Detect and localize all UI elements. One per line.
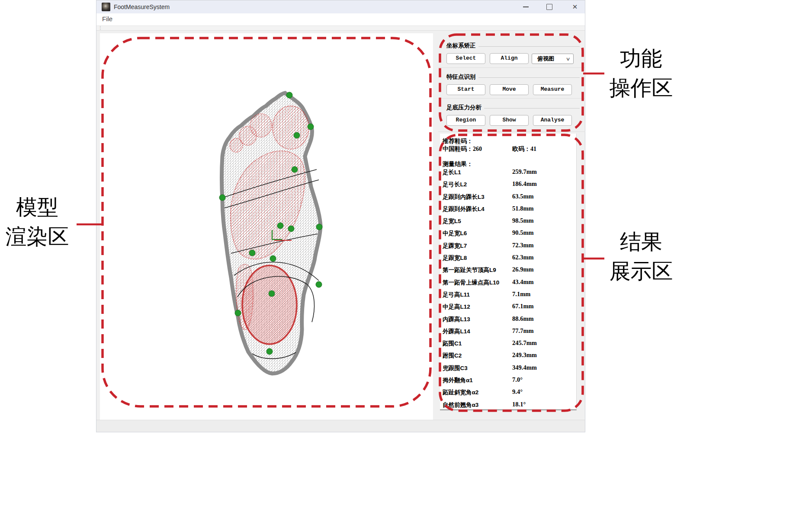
panel-divider [438, 67, 585, 68]
measurement-row: 足宽L5 98.5mm [443, 217, 576, 229]
measurement-label: 第一跖骨上缘点高L10 [443, 279, 499, 286]
model-render-canvas[interactable] [100, 33, 433, 420]
shoe-size-header: 推荐鞋码： [443, 137, 576, 144]
measurement-value: 26.9mm [512, 266, 534, 273]
measurement-label: 足宽L5 [443, 218, 461, 224]
group-rule [478, 46, 580, 47]
view-dropdown-value: 俯视图 [537, 55, 566, 63]
foot-model-pointcloud [100, 33, 433, 420]
measure-results-header: 测量结果： [443, 160, 576, 167]
move-button[interactable]: Move [490, 84, 529, 95]
align-button[interactable]: Align [490, 53, 529, 64]
measurement-row: 足跟到外踝长L4 51.8mm [443, 205, 576, 217]
cn-size-label: 中国鞋码： [443, 145, 473, 152]
measurement-label: 足踝宽L7 [443, 243, 467, 249]
measurement-value: 9.4° [512, 388, 523, 396]
measurement-row: 跖趾斜宽角α2 9.4° [443, 388, 576, 400]
analyse-button[interactable]: Analyse [533, 115, 572, 126]
title-bar: FootMeasureSystem ✕ [96, 0, 585, 13]
measurement-value: 77.7mm [512, 327, 534, 335]
window-title: FootMeasureSystem [114, 0, 170, 13]
measurement-row: 自然前翘角α3 18.1° [443, 401, 576, 410]
measurement-label: 跖围C1 [443, 340, 462, 347]
measurement-value: 51.8mm [512, 205, 534, 212]
measurement-label: 足跟宽L8 [443, 255, 467, 261]
close-button[interactable]: ✕ [568, 0, 582, 13]
measurement-row: 足弓长L2 186.4mm [443, 180, 576, 192]
toolbar: ⋮ [96, 26, 585, 31]
chevron-down-icon: ∨ [565, 56, 570, 62]
results-area-label: 结果 展示区 [602, 227, 680, 286]
measurement-list: 足长L1 259.7mm 足弓长L2 186.4mm 足跟到内踝长L3 63.5… [443, 168, 576, 410]
group-rule [478, 77, 580, 78]
select-button[interactable]: Select [446, 53, 485, 64]
minimize-icon [523, 6, 529, 7]
measurement-label: 拇外翻角α1 [443, 377, 473, 383]
measurement-value: 349.4mm [512, 364, 537, 371]
view-dropdown[interactable]: 俯视图 ∨ [532, 54, 574, 64]
measurement-row: 第一跖骨上缘点高L10 43.4mm [443, 278, 576, 291]
app-logo-icon [102, 3, 110, 11]
measurement-label: 中足宽L6 [443, 230, 467, 236]
maximize-icon [546, 4, 552, 10]
group-label: 足底压力分析 [446, 104, 580, 112]
measurement-label: 外踝高L14 [443, 328, 470, 335]
measurement-value: 7.0° [512, 376, 523, 383]
measurement-value: 62.3mm [512, 254, 534, 261]
measurement-value: 67.1mm [512, 303, 534, 310]
show-button[interactable]: Show [490, 115, 529, 126]
measurement-label: 跖趾斜宽角α2 [443, 389, 478, 396]
menu-bar: File [96, 13, 585, 26]
measurement-label: 足长L1 [443, 169, 461, 176]
measurement-label: 中足高L12 [443, 303, 470, 310]
start-button[interactable]: Start [446, 84, 485, 95]
measurement-value: 7.1mm [512, 291, 530, 298]
measurement-label: 足弓长L2 [443, 181, 467, 188]
toolbar-grip-icon[interactable]: ⋮ [98, 26, 103, 30]
group-feature-point-recognition: 特征点识别 Start Move Measure [446, 73, 580, 99]
group-coordinate-correction: 坐标系矫正 Select Align 俯视图 ∨ [446, 42, 580, 68]
measurement-value: 259.7mm [512, 168, 537, 176]
eu-size-label: 欧码： [512, 145, 530, 152]
measurement-label: 足跟到内踝长L3 [443, 194, 485, 200]
measurement-row: 拇外翻角α1 7.0° [443, 376, 576, 388]
measurement-row: 足踝宽L7 72.3mm [443, 242, 576, 254]
measurement-label: 自然前翘角α3 [443, 402, 478, 408]
group-label: 特征点识别 [446, 73, 580, 81]
function-area-label: 功能 操作区 [602, 44, 680, 103]
measurement-value: 18.1° [512, 401, 526, 408]
results-panel: 推荐鞋码： 中国鞋码：260 欧码：41 测量结果： 足长L1 259.7mm … [440, 134, 577, 410]
measurement-row: 中足高L12 67.1mm [443, 303, 576, 315]
measurement-value: 249.3mm [512, 351, 537, 359]
status-bar [96, 420, 585, 432]
measurement-label: 足弓高L11 [443, 291, 470, 298]
group-label: 坐标系矫正 [446, 42, 580, 50]
minimize-button[interactable] [519, 0, 533, 13]
shoe-size-row: 中国鞋码：260 欧码：41 [443, 145, 576, 152]
measurement-value: 90.5mm [512, 229, 534, 236]
group-plantar-pressure-analysis: 足底压力分析 Region Show Analyse [446, 104, 580, 130]
measurement-label: 第一跖趾关节顶高L9 [443, 267, 496, 273]
measurement-label: 足跟到外踝长L4 [443, 206, 485, 212]
measurement-label: 兜跟围C3 [443, 365, 468, 371]
region-button[interactable]: Region [446, 115, 485, 126]
menu-file[interactable]: File [100, 13, 114, 26]
measurement-row: 外踝高L14 77.7mm [443, 327, 576, 339]
measurement-row: 中足宽L6 90.5mm [443, 229, 576, 241]
measurement-value: 98.5mm [512, 217, 534, 224]
pressure-region-toe4 [230, 138, 243, 152]
cn-size-value: 260 [473, 146, 482, 152]
measurement-label: 跗围C2 [443, 352, 462, 359]
measurement-row: 足跟宽L8 62.3mm [443, 254, 576, 266]
measurement-row: 跗围C2 249.3mm [443, 351, 576, 364]
measurement-value: 245.7mm [512, 339, 537, 347]
app-window: FootMeasureSystem ✕ File ⋮ [96, 0, 585, 432]
measurement-row: 跖围C1 245.7mm [443, 339, 576, 351]
measurement-value: 186.4mm [512, 180, 537, 188]
pressure-region-big-toe [273, 106, 309, 149]
measure-button[interactable]: Measure [533, 84, 572, 95]
measurement-value: 72.3mm [512, 242, 534, 249]
maximize-button[interactable] [542, 0, 556, 13]
measurement-label: 内踝高L13 [443, 316, 470, 323]
group-rule [484, 108, 580, 109]
